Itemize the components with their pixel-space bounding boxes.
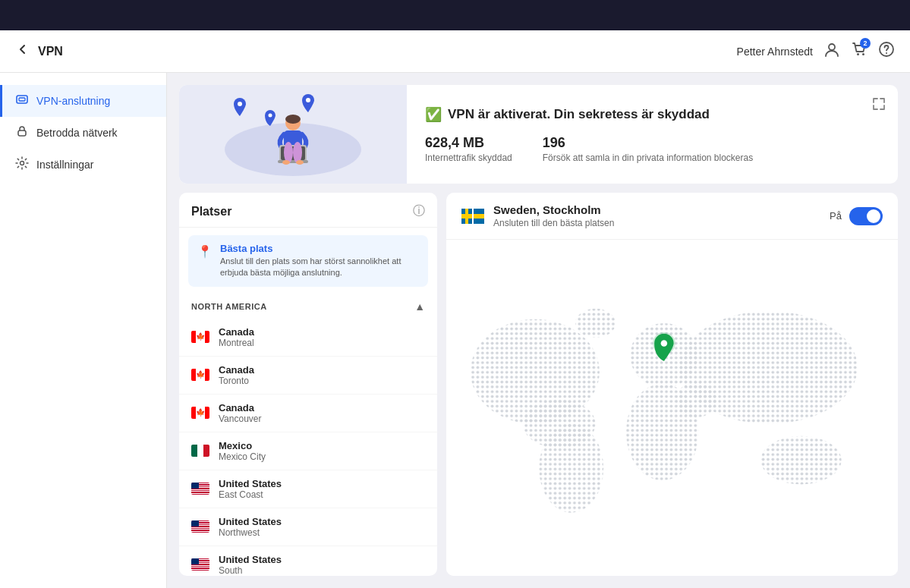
cart-button[interactable]: 2 <box>851 41 867 61</box>
stat-blocked-value: 196 <box>543 135 753 151</box>
locations-panel: Platser ⓘ 📍 Bästa plats Anslut till den … <box>179 193 437 576</box>
list-item[interactable]: United States Northwest <box>179 508 437 546</box>
sidebar-item-settings[interactable]: Inställningar <box>0 149 166 181</box>
location-city: Northwest <box>219 527 282 538</box>
location-country: Canada <box>219 326 254 338</box>
bottom-panels: Platser ⓘ 📍 Bästa plats Anslut till den … <box>179 193 898 576</box>
content: ✅ VPN är aktiverat. Din sekretess är sky… <box>167 73 910 588</box>
checkmark-icon: ✅ <box>425 106 442 123</box>
location-city: South <box>219 565 282 576</box>
info-button[interactable]: ⓘ <box>413 203 425 219</box>
svg-rect-5 <box>17 96 27 103</box>
svg-point-0 <box>829 44 835 50</box>
header-left: VPN <box>15 42 63 61</box>
connection-info: Sweden, Stockholm Ansluten till den bäst… <box>446 193 898 240</box>
header: VPN Petter Ahrnstedt 2 <box>0 30 910 73</box>
sidebar: VPN-anslutning Betrodda nätverk Inställn… <box>0 73 167 588</box>
hero-illustration <box>179 85 407 184</box>
vpn-toggle[interactable] <box>849 207 883 225</box>
list-item[interactable]: Canada Montreal <box>179 319 437 357</box>
expand-button[interactable] <box>860 85 898 127</box>
stat-traffic-label: Internettrafik skyddad <box>425 153 512 163</box>
svg-point-12 <box>269 114 272 118</box>
best-location-title: Bästa plats <box>220 243 419 254</box>
world-map <box>446 240 898 576</box>
connection-subtitle: Ansluten till den bästa platsen <box>493 218 614 228</box>
locations-header: Platser ⓘ <box>179 193 437 228</box>
location-city: Toronto <box>219 376 254 386</box>
connection-country: Sweden, Stockholm <box>493 203 614 216</box>
svg-point-4 <box>886 52 887 54</box>
username-label: Petter Ahrnstedt <box>737 46 813 58</box>
locations-list: Canada Montreal Canada Toronto <box>179 319 437 576</box>
svg-rect-6 <box>19 98 25 101</box>
hero-status-text: VPN är aktiverat. Din sekretess är skydd… <box>448 107 710 122</box>
stat-traffic: 628,4 MB Internettrafik skyddad <box>425 135 512 163</box>
lock-icon <box>15 124 29 141</box>
svg-point-1 <box>857 53 859 55</box>
region-header: NORTH AMERICA ▲ <box>179 294 437 319</box>
location-country: United States <box>219 478 282 489</box>
us-flag-icon <box>191 520 209 533</box>
us-flag-icon <box>191 558 209 571</box>
location-city: Mexico City <box>219 451 266 462</box>
cart-badge: 2 <box>860 38 871 49</box>
svg-point-31 <box>575 309 616 338</box>
hero-status: ✅ VPN är aktiverat. Din sekretess är sky… <box>425 106 842 123</box>
list-item[interactable]: United States South <box>179 546 437 576</box>
svg-point-14 <box>285 115 301 124</box>
location-pin-icon: 📍 <box>197 244 213 259</box>
list-item[interactable]: United States East Coast <box>179 470 437 508</box>
svg-point-11 <box>306 98 310 102</box>
region-label: NORTH AMERICA <box>191 302 267 311</box>
back-button[interactable] <box>15 42 30 61</box>
stat-traffic-value: 628,4 MB <box>425 135 512 151</box>
list-item[interactable]: Canada Toronto <box>179 357 437 395</box>
map-panel: Sweden, Stockholm Ansluten till den bäst… <box>446 193 898 576</box>
list-item[interactable]: Canada Vancouver <box>179 395 437 432</box>
svg-point-21 <box>282 160 290 165</box>
svg-point-2 <box>862 53 864 55</box>
chevron-up-button[interactable]: ▲ <box>414 300 425 313</box>
hero-stats: 628,4 MB Internettrafik skyddad 196 Förs… <box>425 135 842 163</box>
topbar <box>0 0 910 30</box>
location-city: Vancouver <box>219 413 261 424</box>
list-item[interactable]: Mexico Mexico City <box>179 432 437 470</box>
svg-point-32 <box>676 382 716 418</box>
location-city: Montreal <box>219 338 254 348</box>
canada-flag-icon <box>191 331 209 343</box>
svg-point-8 <box>20 162 24 165</box>
header-title: VPN <box>38 45 63 58</box>
location-country: Mexico <box>219 440 266 451</box>
toggle-area: På <box>830 207 883 225</box>
best-location-desc: Anslut till den plats som har störst san… <box>220 256 419 279</box>
svg-point-22 <box>296 160 304 165</box>
location-country: Canada <box>219 402 261 413</box>
best-location[interactable]: 📍 Bästa plats Anslut till den plats som … <box>188 235 428 287</box>
help-button[interactable] <box>878 41 895 61</box>
gear-icon <box>15 156 29 173</box>
profile-button[interactable] <box>823 41 840 61</box>
svg-point-20 <box>293 142 302 163</box>
hero-card: ✅ VPN är aktiverat. Din sekretess är sky… <box>179 85 898 184</box>
stat-blocked-label: Försök att samla in din privata informat… <box>543 153 753 163</box>
location-city: East Coast <box>219 489 282 500</box>
svg-point-19 <box>284 142 293 163</box>
locations-title: Platser <box>191 205 231 219</box>
sidebar-item-vpn[interactable]: VPN-anslutning <box>0 85 166 117</box>
svg-point-10 <box>238 102 242 106</box>
hero-info: ✅ VPN är aktiverat. Din sekretess är sky… <box>407 91 860 178</box>
svg-rect-18 <box>278 160 308 163</box>
svg-rect-7 <box>18 130 26 136</box>
location-country: Canada <box>219 364 254 376</box>
toggle-label: På <box>830 210 842 222</box>
location-country: United States <box>219 554 282 565</box>
us-flag-icon <box>191 483 209 495</box>
svg-point-26 <box>539 424 603 513</box>
sidebar-item-settings-label: Inställningar <box>36 159 94 171</box>
svg-point-30 <box>760 436 841 485</box>
location-country: United States <box>219 516 282 527</box>
sidebar-item-trusted[interactable]: Betrodda nätverk <box>0 117 166 149</box>
canada-flag-icon <box>191 369 209 381</box>
sidebar-item-label: VPN-anslutning <box>36 95 110 107</box>
